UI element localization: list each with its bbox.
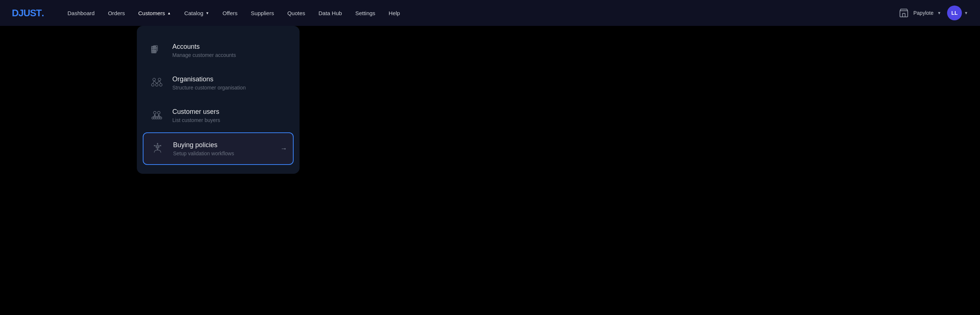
svg-point-25 (158, 111, 160, 114)
svg-line-23 (159, 81, 161, 84)
nav-catalog[interactable]: Catalog ▼ (178, 7, 215, 19)
svg-point-31 (156, 145, 159, 148)
logo[interactable]: DJUST. (12, 7, 44, 19)
user-dropdown-arrow-icon: ▼ (964, 11, 968, 15)
catalog-arrow-icon: ▼ (205, 11, 209, 15)
svg-point-17 (152, 84, 154, 86)
accounts-subtitle: Manage customer accounts (172, 52, 236, 58)
dropdown-item-customer-users[interactable]: Customer users List customer buyers (143, 100, 294, 131)
buying-policies-text: Buying policies Setup validation workflo… (173, 141, 234, 156)
svg-rect-0 (900, 11, 907, 17)
nav-data-hub[interactable]: Data Hub (312, 7, 348, 19)
organisations-title: Organisations (172, 75, 245, 83)
nav-customers[interactable]: Customers ▲ (132, 7, 177, 19)
organisations-subtitle: Structure customer organisation (172, 85, 245, 91)
svg-point-30 (160, 117, 162, 119)
dropdown-item-buying-policies[interactable]: Buying policies Setup validation workflo… (143, 132, 294, 165)
nav-orders[interactable]: Orders (102, 7, 131, 19)
user-menu[interactable]: LL ▼ (947, 6, 968, 20)
accounts-icon (149, 42, 165, 59)
customer-users-subtitle: List customer buyers (172, 117, 220, 123)
svg-point-18 (155, 84, 158, 86)
svg-point-32 (157, 146, 159, 148)
customer-users-text: Customer users List customer buyers (172, 108, 220, 123)
customers-arrow-icon: ▲ (167, 11, 171, 15)
logo-accent: . (41, 7, 44, 19)
svg-point-16 (158, 78, 161, 81)
store-name: Papylote (913, 10, 934, 16)
store-selector[interactable]: Papylote ▼ (898, 7, 941, 19)
organisations-icon (149, 75, 165, 91)
dropdown-item-accounts[interactable]: Accounts Manage customer accounts (143, 35, 294, 66)
nav-dashboard[interactable]: Dashboard (61, 7, 100, 19)
nav-settings[interactable]: Settings (350, 7, 381, 19)
svg-line-21 (154, 81, 157, 84)
svg-point-24 (153, 111, 156, 114)
nav-suppliers[interactable]: Suppliers (245, 7, 280, 19)
nav-help[interactable]: Help (383, 7, 406, 19)
navbar: DJUST. Dashboard Orders Customers ▲ Cata… (0, 0, 980, 26)
navbar-right: Papylote ▼ LL ▼ (898, 6, 968, 20)
accounts-text: Accounts Manage customer accounts (172, 43, 236, 58)
svg-point-29 (158, 117, 160, 119)
nav-offers[interactable]: Offers (217, 7, 244, 19)
svg-line-22 (157, 81, 159, 84)
svg-point-27 (154, 117, 156, 119)
svg-point-28 (156, 117, 158, 119)
accounts-title: Accounts (172, 43, 236, 51)
customers-dropdown: Accounts Manage customer accounts Organi… (137, 26, 299, 174)
buying-policies-title: Buying policies (173, 141, 234, 149)
buying-policies-icon (150, 140, 165, 157)
svg-point-15 (153, 78, 155, 81)
buying-policies-subtitle: Setup validation workflows (173, 151, 234, 156)
logo-text: DJUST (12, 7, 41, 19)
store-icon (898, 7, 910, 19)
user-avatar: LL (947, 6, 962, 20)
customer-users-title: Customer users (172, 108, 220, 116)
nav-menu: Dashboard Orders Customers ▲ Catalog ▼ O… (61, 7, 897, 19)
customer-users-icon (149, 107, 165, 124)
nav-quotes[interactable]: Quotes (282, 7, 311, 19)
dropdown-item-organisations[interactable]: Organisations Structure customer organis… (143, 67, 294, 99)
organisations-text: Organisations Structure customer organis… (172, 75, 245, 91)
svg-point-19 (159, 84, 162, 86)
buying-policies-arrow-icon: → (280, 145, 287, 153)
svg-point-26 (152, 117, 154, 119)
svg-line-20 (153, 81, 154, 84)
store-dropdown-arrow-icon: ▼ (937, 11, 941, 15)
